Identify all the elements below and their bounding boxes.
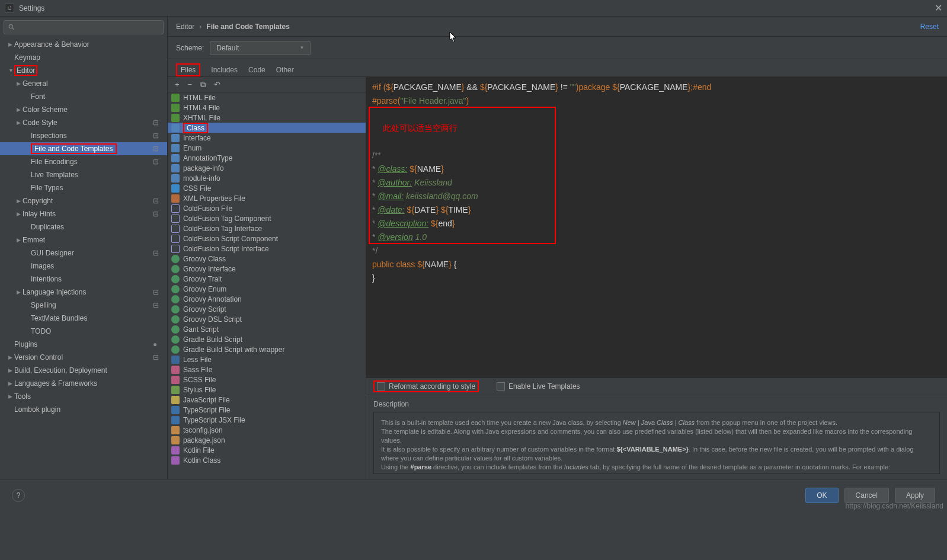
file-item[interactable]: Class	[168, 123, 366, 133]
file-type-icon	[171, 225, 180, 233]
file-item[interactable]: Groovy Enum	[168, 284, 366, 294]
tree-item[interactable]: TODO	[0, 325, 167, 338]
apply-button[interactable]: Apply	[895, 488, 935, 503]
tree-item[interactable]: ▶Appearance & Behavior	[0, 38, 167, 51]
revert-icon[interactable]: ↶	[214, 80, 220, 89]
tree-item[interactable]: Images	[0, 260, 167, 273]
file-item[interactable]: module-info	[168, 173, 366, 183]
file-item[interactable]: Groovy Interface	[168, 264, 366, 274]
file-item[interactable]: Gradle Build Script with wrapper	[168, 344, 366, 354]
tree-item[interactable]: GUI Designer⊟	[0, 247, 167, 260]
file-item[interactable]: XHTML File	[168, 113, 366, 123]
file-type-icon	[171, 305, 180, 313]
file-label: Groovy Enum	[183, 285, 226, 293]
tree-item[interactable]: Duplicates	[0, 220, 167, 233]
file-item[interactable]: Gant Script	[168, 324, 366, 334]
scheme-select[interactable]: Default ▼	[210, 41, 311, 55]
tree-item[interactable]: Inspections⊟	[0, 129, 167, 142]
file-item[interactable]: CSS File	[168, 183, 366, 193]
tree-item[interactable]: TextMate Bundles	[0, 312, 167, 325]
tree-item[interactable]: ▶Color Scheme	[0, 103, 167, 116]
file-item[interactable]: Less File	[168, 354, 366, 364]
file-item[interactable]: Groovy Script	[168, 304, 366, 314]
help-button[interactable]: ?	[12, 489, 25, 502]
file-list-pane: + − ⧉ ↶ HTML FileHTML4 FileXHTML FileCla…	[168, 77, 366, 479]
file-type-icon	[171, 376, 180, 384]
file-label: AnnotationType	[183, 154, 232, 162]
file-item[interactable]: Groovy DSL Script	[168, 314, 366, 324]
file-label: Groovy Interface	[183, 265, 236, 273]
file-item[interactable]: ColdFusion Script Component	[168, 233, 366, 244]
tree-arrow-icon: ▶	[17, 120, 23, 126]
tree-item[interactable]: ▶Version Control⊟	[0, 351, 167, 364]
tree-item[interactable]: Intentions	[0, 273, 167, 286]
tab-other[interactable]: Other	[276, 63, 294, 76]
file-item[interactable]: TypeScript File	[168, 405, 366, 415]
close-icon[interactable]: ✕	[935, 2, 942, 14]
file-item[interactable]: Enum	[168, 143, 366, 153]
file-item[interactable]: ColdFusion File	[168, 203, 366, 213]
template-code-editor[interactable]: #if (${PACKAGE_NAME} && ${PACKAGE_NAME} …	[366, 77, 947, 377]
file-item[interactable]: Kotlin File	[168, 445, 366, 455]
file-item[interactable]: Interface	[168, 133, 366, 143]
tree-item[interactable]: ▼Editor	[0, 64, 167, 77]
tree-item[interactable]: ▶Copyright⊟	[0, 194, 167, 207]
tree-item[interactable]: File Types	[0, 181, 167, 194]
tab-includes[interactable]: Includes	[211, 63, 238, 76]
tab-code[interactable]: Code	[248, 63, 265, 76]
search-input[interactable]	[15, 23, 159, 31]
file-item[interactable]: package-info	[168, 163, 366, 173]
tree-item[interactable]: ▶Code Style⊟	[0, 116, 167, 129]
file-item[interactable]: XML Properties File	[168, 193, 366, 203]
tree-arrow-icon: ▶	[17, 198, 23, 204]
tree-item[interactable]: File Encodings⊟	[0, 155, 167, 168]
file-label: Sass File	[183, 366, 212, 374]
tree-item[interactable]: ▶Build, Execution, Deployment	[0, 364, 167, 377]
file-item[interactable]: Groovy Class	[168, 254, 366, 264]
copy-icon[interactable]: ⧉	[200, 80, 206, 89]
file-item[interactable]: AnnotationType	[168, 153, 366, 163]
file-item[interactable]: package.json	[168, 435, 366, 445]
tree-item[interactable]: File and Code Templates⊟	[0, 142, 167, 155]
breadcrumb-root[interactable]: Editor	[176, 23, 194, 31]
file-item[interactable]: SCSS File	[168, 375, 366, 385]
add-icon[interactable]: +	[175, 80, 180, 89]
file-item[interactable]: ColdFusion Tag Component	[168, 213, 366, 223]
tree-item[interactable]: ▶Emmet	[0, 233, 167, 247]
file-item[interactable]: JavaScript File	[168, 395, 366, 405]
file-item[interactable]: ColdFusion Script Interface	[168, 244, 366, 254]
file-item[interactable]: Groovy Annotation	[168, 294, 366, 304]
tree-item[interactable]: ▶Languages & Frameworks	[0, 377, 167, 390]
remove-icon[interactable]: −	[188, 80, 193, 89]
tree-label: Font	[31, 92, 45, 101]
file-item[interactable]: Stylus File	[168, 385, 366, 395]
file-item[interactable]: tsconfig.json	[168, 425, 366, 435]
file-item[interactable]: Sass File	[168, 364, 366, 375]
file-item[interactable]: Groovy Trait	[168, 274, 366, 284]
file-label: ColdFusion File	[183, 204, 232, 213]
file-type-icon	[171, 456, 180, 465]
file-item[interactable]: ColdFusion Tag Interface	[168, 223, 366, 233]
reformat-checkbox[interactable]: Reformat according to style	[373, 380, 479, 392]
live-templates-checkbox[interactable]: Enable Live Templates	[497, 382, 580, 391]
cancel-button[interactable]: Cancel	[844, 488, 889, 503]
search-box[interactable]	[4, 20, 164, 34]
tree-item[interactable]: Plugins●	[0, 338, 167, 351]
file-item[interactable]: Kotlin Class	[168, 455, 366, 465]
file-item[interactable]: HTML File	[168, 92, 366, 103]
tree-item[interactable]: Lombok plugin	[0, 403, 167, 416]
tab-files[interactable]: Files	[176, 63, 200, 76]
tree-item[interactable]: Spelling⊟	[0, 299, 167, 312]
tree-item[interactable]: Font	[0, 90, 167, 103]
file-item[interactable]: HTML4 File	[168, 103, 366, 113]
tree-item[interactable]: Live Templates	[0, 168, 167, 181]
tree-item[interactable]: ▶Language Injections⊟	[0, 286, 167, 299]
reset-link[interactable]: Reset	[920, 23, 939, 31]
ok-button[interactable]: OK	[805, 488, 838, 503]
file-item[interactable]: Gradle Build Script	[168, 334, 366, 344]
tree-item[interactable]: ▶Inlay Hints⊟	[0, 207, 167, 220]
tree-item[interactable]: Keymap	[0, 51, 167, 64]
tree-item[interactable]: ▶General	[0, 77, 167, 90]
file-item[interactable]: TypeScript JSX File	[168, 415, 366, 425]
tree-item[interactable]: ▶Tools	[0, 390, 167, 403]
